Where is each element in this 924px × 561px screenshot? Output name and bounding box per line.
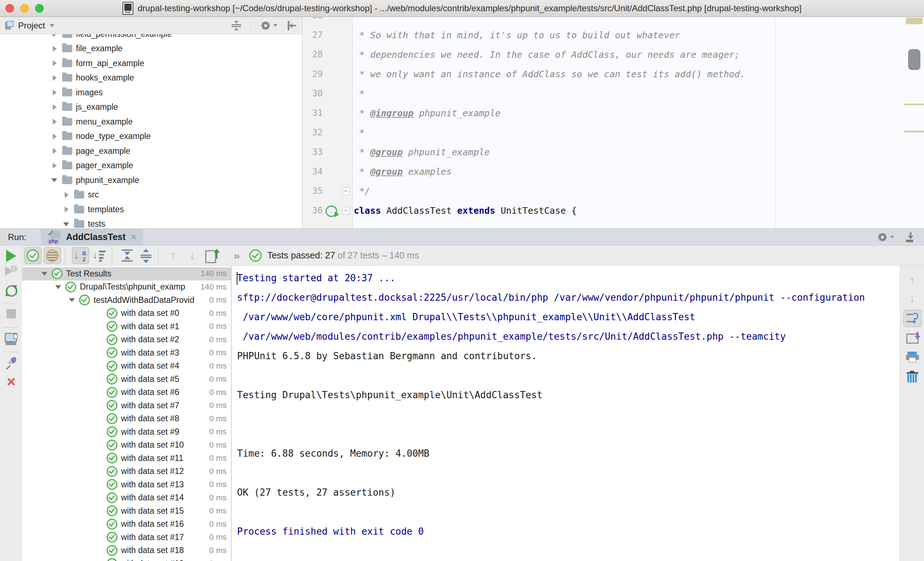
run-test-gutter-icon[interactable] xyxy=(326,205,337,217)
test-tree-row[interactable]: with data set #9 0 ms xyxy=(22,425,231,438)
test-tree-row[interactable]: with data set #12 0 ms xyxy=(22,465,231,478)
soft-wrap-button[interactable] xyxy=(900,310,924,327)
code-line: 31 * @ingroup phpunit_example xyxy=(303,103,924,123)
hide-panel-button[interactable] xyxy=(287,21,297,30)
minimize-window-button[interactable] xyxy=(20,4,29,13)
collapse-all-button[interactable] xyxy=(138,248,154,263)
show-statistics-button[interactable] xyxy=(0,333,22,345)
stop-button[interactable] xyxy=(0,309,22,319)
tree-arrow-icon[interactable] xyxy=(51,133,58,141)
zoom-window-button[interactable] xyxy=(35,4,44,13)
show-passed-button[interactable] xyxy=(24,247,42,264)
test-tree-row[interactable]: with data set #13 0 ms xyxy=(22,478,231,491)
tree-arrow-icon[interactable] xyxy=(68,296,76,304)
print-button[interactable] xyxy=(900,352,924,363)
project-tree-row[interactable]: file_example xyxy=(0,42,302,56)
test-tree-row[interactable]: testAddWithBadDataProvid 0 ms xyxy=(22,293,231,307)
run-settings-button[interactable] xyxy=(877,232,894,242)
test-tree-row[interactable]: with data set #3 0 ms xyxy=(22,346,231,359)
project-tree-row[interactable]: form_api_example xyxy=(0,56,302,71)
tree-arrow-icon[interactable] xyxy=(51,176,58,184)
tree-arrow-icon[interactable] xyxy=(51,88,58,96)
test-tree-row[interactable]: with data set #5 0 ms xyxy=(22,373,231,386)
test-tree-row[interactable]: with data set #6 0 ms xyxy=(22,386,231,399)
tree-arrow-icon[interactable] xyxy=(63,191,70,199)
test-passed-icon xyxy=(106,321,117,332)
tree-arrow-icon[interactable] xyxy=(51,45,58,53)
project-tree-row[interactable]: pager_example xyxy=(0,159,302,173)
project-tree[interactable]: field_permission_example file_example fo… xyxy=(0,34,302,229)
project-tree-row[interactable]: js_example xyxy=(0,100,302,115)
test-tree-row[interactable]: with data set #15 0 ms xyxy=(22,504,231,518)
test-tree-row[interactable]: with data set #0 0 ms xyxy=(22,307,231,320)
close-window-button[interactable] xyxy=(5,4,14,13)
collapse-all-button[interactable] xyxy=(232,21,241,30)
code-editor[interactable]: 26 27 * So with that in mind, it's up to… xyxy=(303,17,924,229)
tree-arrow-icon[interactable] xyxy=(51,162,58,170)
rerun-button[interactable] xyxy=(0,250,22,262)
test-tree-row[interactable]: with data set #16 0 ms xyxy=(22,518,231,531)
import-export-results-button[interactable] xyxy=(203,248,219,263)
close-run-panel-button[interactable] xyxy=(0,376,22,387)
test-duration: 0 ms xyxy=(209,361,231,371)
test-tree-row[interactable]: with data set #19 0 ms xyxy=(22,557,231,561)
fold-marker-icon[interactable] xyxy=(343,187,350,195)
run-tab-addclasstest[interactable]: ✓ php AddClassTest × xyxy=(41,229,143,245)
console-line xyxy=(232,502,900,522)
tree-arrow-icon[interactable] xyxy=(63,220,70,228)
test-tree-row[interactable]: with data set #1 0 ms xyxy=(22,320,231,333)
test-tree-row[interactable]: Drupal\Tests\phpunit_examp 140 ms xyxy=(22,280,231,294)
project-tree-row[interactable]: templates xyxy=(0,202,302,217)
toggle-auto-test-button[interactable] xyxy=(0,284,22,297)
tree-arrow-icon[interactable] xyxy=(51,147,58,155)
project-tree-row[interactable]: hooks_example xyxy=(0,71,302,85)
pin-tab-button[interactable] xyxy=(0,357,22,369)
tree-arrow-icon[interactable] xyxy=(51,74,58,82)
project-tree-row[interactable]: phpunit_example xyxy=(0,173,302,188)
tree-arrow-icon[interactable] xyxy=(51,34,58,38)
project-tree-row[interactable]: tests xyxy=(0,217,302,229)
prev-occurrence-button[interactable]: ↑ xyxy=(900,274,924,287)
project-settings-button[interactable] xyxy=(260,20,278,31)
test-tree-row[interactable]: Test Results 140 ms xyxy=(22,267,231,280)
project-tree-row[interactable]: field_permission_example xyxy=(0,34,302,42)
project-tree-row[interactable]: images xyxy=(0,85,302,100)
next-failed-test-button[interactable]: ↓ xyxy=(184,248,201,263)
project-panel-header[interactable]: Project xyxy=(0,17,302,34)
project-tree-row[interactable]: page_example xyxy=(0,144,302,159)
tree-arrow-icon[interactable] xyxy=(41,270,49,278)
test-tree-row[interactable]: with data set #17 0 ms xyxy=(22,531,231,544)
more-actions-chevron[interactable]: » xyxy=(234,250,240,262)
test-console-output[interactable]: Testing started at 20:37 ... sftp://dock… xyxy=(231,266,900,561)
test-tree-row[interactable]: with data set #7 0 ms xyxy=(22,399,231,412)
test-tree-row[interactable]: with data set #18 0 ms xyxy=(22,544,231,557)
test-tree-row[interactable]: with data set #11 0 ms xyxy=(22,452,231,465)
tree-arrow-icon[interactable] xyxy=(51,118,58,126)
test-tree-row[interactable]: with data set #8 0 ms xyxy=(22,412,231,426)
editor-scrollbar-thumb[interactable] xyxy=(908,49,920,70)
tree-arrow-icon[interactable] xyxy=(63,205,70,213)
clear-all-button[interactable] xyxy=(900,371,924,383)
close-tab-icon[interactable]: × xyxy=(131,231,136,243)
project-tree-row[interactable]: menu_example xyxy=(0,114,302,129)
sort-alphabetically-button[interactable]: az xyxy=(72,247,89,264)
expand-all-button[interactable] xyxy=(119,248,135,263)
project-tree-row[interactable]: src xyxy=(0,188,302,202)
fold-marker-icon[interactable] xyxy=(343,207,350,215)
tree-arrow-icon[interactable] xyxy=(55,283,63,291)
test-results-tree[interactable]: Test Results 140 ms Drupal\Tests\phpunit… xyxy=(22,266,231,561)
test-tree-row[interactable]: with data set #10 0 ms xyxy=(22,438,231,452)
test-tree-row[interactable]: with data set #4 0 ms xyxy=(22,359,231,373)
scroll-to-end-button[interactable] xyxy=(900,332,924,344)
rerun-failed-tests-button[interactable] xyxy=(0,266,22,277)
dock-pinned-button[interactable] xyxy=(905,232,916,242)
previous-failed-test-button[interactable]: ↑ xyxy=(165,248,182,263)
tree-arrow-icon[interactable] xyxy=(51,59,58,67)
sort-by-duration-button[interactable] xyxy=(92,248,108,263)
test-tree-row[interactable]: with data set #14 0 ms xyxy=(22,491,231,505)
project-tree-row[interactable]: node_type_example xyxy=(0,129,302,144)
tree-arrow-icon[interactable] xyxy=(51,103,58,111)
next-occurrence-button[interactable]: ↓ xyxy=(900,292,924,305)
test-tree-row[interactable]: with data set #2 0 ms xyxy=(22,333,231,347)
show-ignored-button[interactable] xyxy=(44,247,61,264)
